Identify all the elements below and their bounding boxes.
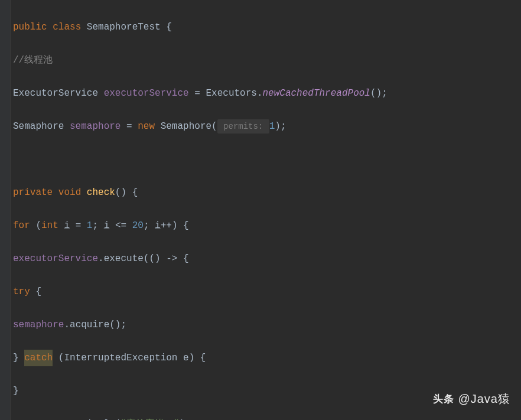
code-line: private void check() {: [13, 184, 521, 201]
field: executorService: [104, 85, 189, 102]
brace: {: [161, 19, 172, 35]
param-hint: permits:: [217, 119, 269, 134]
number: 20: [132, 217, 144, 234]
keyword: private: [13, 184, 53, 201]
class-name: SemaphoreTest: [87, 19, 161, 35]
code-line: try {: [13, 284, 521, 300]
keyword: catch: [24, 350, 53, 366]
code-line: semaphore.acquire();: [13, 317, 521, 333]
watermark-text: @Java猿: [458, 389, 510, 409]
variable: i: [64, 217, 70, 234]
variable: i: [155, 217, 161, 234]
comment: //线程池: [13, 52, 53, 69]
keyword: new: [138, 118, 155, 135]
field: out: [53, 416, 70, 420]
string: "安检完毕！": [121, 416, 179, 420]
code-line: } catch (InterruptedException e) {: [13, 350, 521, 366]
code-line: System.out.println("安检完毕！");: [13, 416, 521, 420]
code-editor[interactable]: public class SemaphoreTest { //线程池 Execu…: [0, 2, 521, 420]
number: 1: [269, 118, 275, 135]
keyword: try: [13, 284, 30, 300]
code-line: ExecutorService executorService = Execut…: [13, 85, 521, 102]
code-line: [13, 151, 521, 168]
number: 1: [87, 217, 93, 234]
field: executorService: [13, 250, 98, 267]
code-line: executorService.execute(() -> {: [13, 250, 521, 267]
keyword: void: [58, 184, 81, 201]
keyword: int: [41, 217, 58, 234]
type: Semaphore: [13, 118, 70, 135]
keyword: class: [53, 19, 81, 35]
code-line: for (int i = 1; i <= 20; i++) {: [13, 217, 521, 234]
code-line: public class SemaphoreTest {: [13, 19, 521, 35]
code-line: //线程池: [13, 52, 521, 69]
field: semaphore: [70, 118, 121, 135]
field: semaphore: [13, 317, 64, 333]
method-call: newCachedThreadPool: [263, 85, 370, 102]
keyword: public: [13, 19, 47, 35]
type: ExecutorService: [13, 85, 104, 102]
keyword: for: [13, 217, 30, 234]
method-name: check: [87, 184, 115, 201]
variable: i: [104, 217, 110, 234]
editor-gutter: [0, 0, 11, 420]
type: Executors: [206, 85, 256, 102]
watermark: 头条 @Java猿: [433, 389, 510, 409]
code-line: Semaphore semaphore = new Semaphore( per…: [13, 118, 521, 135]
watermark-logo: 头条: [433, 390, 454, 408]
